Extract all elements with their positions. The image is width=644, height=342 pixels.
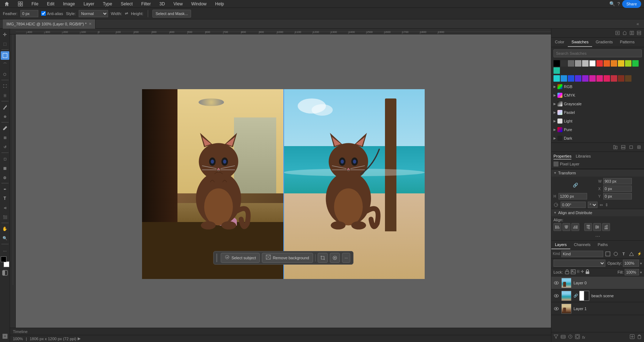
panel-mini-icon-1[interactable] (612, 144, 619, 151)
help-icon[interactable]: ? (617, 1, 620, 6)
align-middle-v-button[interactable] (593, 223, 601, 231)
swatch-white[interactable] (589, 60, 596, 67)
swatch-brown[interactable] (625, 75, 631, 82)
layer-filter-icon[interactable] (553, 334, 558, 340)
more-options-button[interactable]: ··· (342, 253, 350, 263)
layer-fx-icon[interactable]: fx (582, 335, 585, 339)
tab-channels[interactable]: Channels (570, 241, 594, 249)
menu-item-edit[interactable]: Edit (45, 1, 56, 6)
tab-libraries[interactable]: Libraries (576, 154, 591, 159)
layer-visibility-layer1[interactable] (553, 306, 559, 312)
remove-background-button[interactable]: Remove background (262, 253, 313, 263)
menu-item-window[interactable]: Window (190, 1, 208, 6)
opacity-arrow-icon[interactable]: ▾ (640, 261, 642, 265)
panel-mini-icon-3[interactable] (628, 144, 635, 151)
swap-wh-icon[interactable]: ⇌ (125, 11, 128, 16)
align-top-button[interactable] (584, 223, 592, 231)
layer-delete-icon[interactable] (637, 334, 642, 340)
canvas-viewport[interactable]: Select subject Remove background (16, 34, 551, 333)
swatch-skyblue[interactable] (561, 75, 567, 82)
layer-visibility-beach[interactable] (553, 293, 559, 299)
swatch-yellow[interactable] (618, 60, 624, 67)
select-mask-button[interactable]: Select and Mask... (152, 10, 191, 18)
swatch-pink[interactable] (596, 75, 603, 82)
layer-visibility-layer0[interactable] (553, 280, 559, 286)
panel-icon-1[interactable] (614, 29, 621, 37)
color-group-dark-header[interactable]: ▶ Dark (553, 135, 642, 142)
swatch-medgray[interactable] (568, 60, 574, 67)
menu-item-layer[interactable]: Layer (82, 1, 96, 6)
filter-type-icon[interactable]: T (620, 251, 627, 257)
swatch-darkred[interactable] (618, 75, 624, 82)
align-right-button[interactable] (571, 223, 579, 231)
tab-layers[interactable]: Layers (551, 241, 570, 249)
color-group-grayscale-header[interactable]: ▶ Grayscale (553, 100, 642, 107)
collapse-panel-icon[interactable]: « (634, 21, 641, 27)
style-select[interactable]: Normal Fixed Ratio Fixed Size (79, 10, 108, 17)
screen-mode-icon[interactable] (1, 332, 9, 341)
swatch-silver[interactable] (582, 60, 589, 67)
crop-tool[interactable]: ⛶ (1, 82, 9, 90)
layer-item-layer0[interactable]: Layer 0 (551, 276, 644, 289)
color-group-pastel-header[interactable]: ▶ Pastel (553, 109, 642, 116)
panel-icon-3[interactable] (628, 29, 635, 37)
filter-shape-icon[interactable] (628, 251, 635, 257)
frame-tool[interactable]: ⌸ (1, 91, 9, 100)
swatch-black[interactable] (553, 60, 560, 67)
panel-mini-icon-4[interactable] (635, 144, 643, 151)
height-input[interactable] (558, 193, 587, 199)
swatch-lightgray[interactable] (575, 60, 581, 67)
color-group-pure-header[interactable]: ▶ Pure (553, 126, 642, 133)
tab-gradients[interactable]: Gradients (592, 38, 616, 47)
tab-properties[interactable]: Properties (553, 154, 571, 159)
flip-h-icon[interactable]: ⇔ (600, 203, 603, 207)
filter-smart-object-icon[interactable]: ⚡ (636, 251, 643, 257)
lock-artboard-icon[interactable]: ⌸ (577, 269, 579, 275)
rectangular-selection-tool[interactable] (1, 51, 9, 60)
panel-icon-2[interactable] (621, 29, 628, 37)
transform-header[interactable]: ▼ Transform (551, 169, 644, 177)
select-subject-button[interactable]: Select subject (221, 253, 260, 263)
swatch-rose[interactable] (604, 75, 610, 82)
swatch-yellowgreen[interactable] (625, 60, 631, 67)
align-left-button[interactable] (553, 223, 561, 231)
panel-icon-4[interactable] (635, 29, 643, 37)
swatch-orange[interactable] (604, 60, 610, 67)
type-tool[interactable]: T (1, 194, 9, 203)
hand-tool[interactable]: ✋ (1, 225, 9, 233)
eyedropper-tool[interactable] (1, 103, 9, 111)
rotation-input[interactable] (561, 202, 586, 208)
search-icon[interactable]: 🔍 (609, 1, 615, 6)
layer-mode-select[interactable]: Normal (553, 260, 605, 267)
lock-position-icon[interactable]: ✛ (581, 269, 584, 275)
extra-tools-icon[interactable]: … (1, 246, 9, 254)
tab-patterns[interactable]: Patterns (616, 38, 638, 47)
feather-input[interactable] (20, 10, 38, 17)
panel-mini-icon-2[interactable] (620, 144, 627, 151)
width-input[interactable] (603, 178, 632, 184)
align-center-h-button[interactable] (562, 223, 570, 231)
menu-item-image[interactable]: Image (62, 1, 76, 6)
foreground-color-swatch[interactable] (1, 256, 6, 262)
swatch-darkorange[interactable] (611, 60, 617, 67)
healing-brush-tool[interactable]: ⊕ (1, 112, 9, 121)
menu-item-view[interactable]: View (172, 1, 184, 6)
layer-mask-icon[interactable] (575, 334, 580, 340)
lock-transparency-icon[interactable] (565, 269, 569, 275)
quick-mask-icon[interactable] (1, 269, 9, 277)
quick-selection-tool[interactable]: ⬡ (1, 70, 9, 78)
layer-new-icon[interactable] (630, 334, 635, 340)
color-group-cmyk-header[interactable]: ▶ CMYK (553, 92, 642, 99)
menu-item-help[interactable]: Help (214, 1, 225, 6)
layer-adjustment-icon[interactable] (568, 334, 573, 340)
pen-tool[interactable]: ✒ (1, 185, 9, 193)
brush-tool[interactable] (1, 124, 9, 133)
gradient-tool[interactable]: ▦ (1, 164, 9, 172)
more-options[interactable]: ··· (551, 232, 644, 240)
filter-kind-select[interactable]: Kind (561, 251, 603, 257)
filter-pixel-icon[interactable] (605, 251, 611, 257)
swatch-magenta[interactable] (589, 75, 596, 82)
swatch-darkgray[interactable] (561, 60, 567, 67)
tab-swatches[interactable]: Swatches (568, 38, 592, 47)
move-tool[interactable]: ✛ (1, 30, 9, 39)
